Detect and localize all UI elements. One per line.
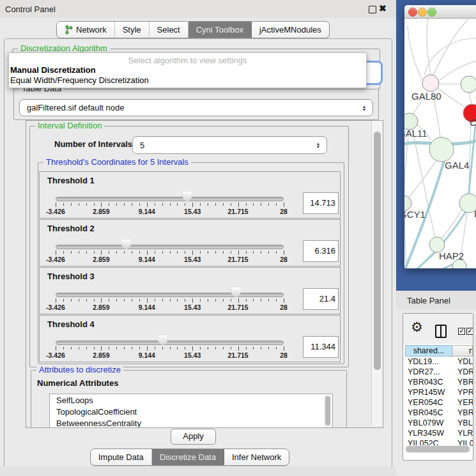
attributes-scrollbar[interactable]	[324, 395, 332, 428]
slider-tick	[56, 346, 56, 351]
table-row[interactable]: YLR345WYLR3	[405, 428, 473, 438]
table-row[interactable]: YBR045CYBR0	[405, 408, 473, 418]
columns-icon[interactable]	[435, 325, 447, 338]
slider-tick	[124, 299, 125, 302]
network-edge-thick[interactable]	[404, 262, 457, 268]
GAL4-node[interactable]	[429, 137, 454, 162]
algorithm-option-equal-width-frequency-discretization[interactable]: Equal Width/Frequency Discretization	[10, 75, 149, 85]
discretization-algorithm-title: Discretization Algorithm	[18, 43, 110, 53]
network-node-label: GCY1	[404, 209, 426, 220]
threshold-value-field[interactable]: 6.316	[303, 240, 339, 262]
slider-tick	[268, 347, 269, 349]
apply-button[interactable]: Apply	[171, 429, 216, 445]
slider-tick	[231, 347, 231, 349]
tab-cyni-toolbox[interactable]: Cyni Toolbox	[188, 22, 252, 38]
slider-tick	[162, 203, 163, 206]
mac-close-button[interactable]	[408, 8, 417, 17]
slider-tick-label: 2.859	[93, 303, 109, 311]
threshold-value-field[interactable]: 14.713	[303, 192, 339, 214]
network-edge[interactable]	[469, 93, 472, 104]
list-item-betweennesscentrality[interactable]: BetweennessCentrality	[50, 417, 332, 428]
float-panel-icon[interactable]	[369, 6, 376, 13]
attributes-scrollbar-thumb[interactable]	[325, 396, 330, 426]
network-edge[interactable]	[408, 26, 422, 80]
stepper-arrows-icon[interactable]: ▲▼	[360, 105, 369, 111]
settings-scrollbar[interactable]	[371, 121, 383, 426]
slider-tick	[284, 203, 284, 207]
threshold-coordinates-group: Threshold's Coordinates for 5 Intervals …	[38, 162, 344, 364]
slider-track[interactable]	[56, 293, 284, 297]
tab-jactivemnodules[interactable]: jActiveMNodules	[252, 22, 329, 38]
slider-tick	[215, 347, 216, 349]
table-row[interactable]: YDL19...YDL1	[405, 357, 473, 367]
gear-icon[interactable]: ⚙	[411, 319, 423, 335]
checkbox-icon[interactable]: ✓	[466, 328, 473, 335]
table-data-combo[interactable]: galFiltered.sif default node ▲▼	[19, 99, 373, 116]
slider-tick	[261, 347, 261, 349]
list-item-topologicalcoefficient[interactable]: TopologicalCoefficient	[50, 406, 332, 417]
slider-tick	[208, 347, 208, 349]
slider-tick	[177, 299, 178, 302]
table-row[interactable]: YDR27...YDR2	[405, 367, 473, 377]
network-canvas[interactable]: GAL80G.GAL11CGAL4GCY1HHAP2	[404, 19, 476, 268]
slider-track[interactable]	[56, 341, 284, 345]
table-panel-title: Table Panel	[407, 296, 450, 305]
slider-tick	[192, 346, 193, 351]
slider-tick	[94, 299, 95, 302]
close-panel-icon[interactable]: ✖	[379, 3, 387, 13]
tab-discretize-data[interactable]: Discretize Data	[152, 449, 224, 465]
GAL80-node[interactable]	[422, 75, 439, 91]
mac-zoom-button[interactable]	[427, 8, 436, 17]
network-edge[interactable]	[433, 19, 468, 75]
slider-tick	[71, 347, 72, 349]
network-window-titlebar[interactable]	[404, 5, 476, 19]
settings-scrollbar-thumb[interactable]	[374, 132, 381, 370]
list-item-selfloops[interactable]: SelfLoops	[50, 394, 332, 406]
slider-track[interactable]	[56, 245, 284, 249]
network-edge[interactable]	[439, 84, 461, 84]
threshold-panel-3: Threshold 3-3.4262.8599.14415.4321.71528…	[39, 267, 341, 314]
slider-tick	[238, 203, 239, 207]
slider-tick	[147, 250, 148, 255]
slider-tick	[246, 347, 247, 349]
slider-tick	[155, 251, 155, 254]
node-table: shared... n YDL19...YDL1YDR27...YDR2YBR0…	[405, 345, 473, 447]
network-edge[interactable]	[438, 88, 464, 107]
slider-tick	[215, 251, 216, 254]
checkbox-icon[interactable]: ✓	[458, 328, 465, 335]
mac-minimize-button[interactable]	[418, 8, 427, 17]
number-of-intervals-combo[interactable]: 5 ▲▼	[132, 136, 327, 154]
slider-tick	[79, 347, 79, 349]
table-header-row: shared... n	[405, 345, 473, 357]
slider-track[interactable]	[56, 197, 284, 201]
table-row[interactable]: YER054CYER0	[405, 397, 473, 408]
table-row[interactable]: YBL079WYBL0	[405, 418, 473, 428]
table-row[interactable]: YBR043CYBR0	[405, 377, 473, 387]
table-h-scrollbar[interactable]	[405, 445, 471, 453]
tab-select[interactable]: Select	[150, 22, 188, 38]
slider-tick	[63, 347, 64, 349]
threshold-label: Threshold 3	[47, 272, 95, 281]
column-header-name[interactable]: n	[452, 345, 473, 357]
table-h-scrollbar-thumb[interactable]	[406, 446, 470, 452]
tab-style[interactable]: Style	[115, 22, 150, 38]
algorithm-prompt-item[interactable]: Select algorithm to view settings	[9, 56, 366, 65]
tab-network[interactable]: Network	[57, 22, 115, 38]
numerical-attributes-list[interactable]: SelfLoopsTopologicalCoefficientBetweenne…	[49, 394, 333, 428]
column-header-shared-name[interactable]: shared...	[405, 345, 452, 357]
table-row[interactable]: YPR145WYPR1	[405, 387, 473, 397]
algorithm-option-manual-discretization[interactable]: Manual Discretization	[10, 65, 96, 75]
slider-tick	[170, 203, 171, 206]
slider-tick	[185, 347, 185, 349]
node-top-right[interactable]	[461, 76, 476, 93]
stepper-arrows-icon[interactable]: ▲▼	[314, 142, 323, 148]
network-edge[interactable]	[424, 38, 476, 75]
tab-infer-network[interactable]: Infer Network	[224, 449, 289, 465]
threshold-value-field[interactable]: 11.344	[303, 336, 339, 358]
threshold-value-field[interactable]: 21.4	[303, 288, 339, 310]
tab-impute-data[interactable]: Impute Data	[91, 449, 152, 465]
network-edge[interactable]	[404, 130, 409, 196]
slider-tick	[261, 251, 261, 254]
slider-tick-label: 2.859	[93, 351, 109, 359]
network-node-label: GAL4	[445, 160, 469, 171]
